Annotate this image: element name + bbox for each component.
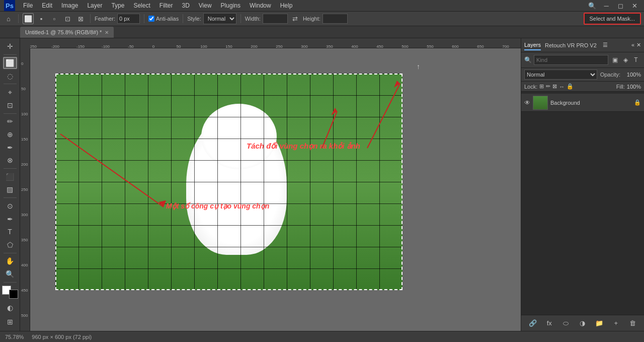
ruler-tick: 400 [351,44,358,48]
ruler-tick-v: 200 [21,162,28,167]
layer-search-input[interactable] [534,55,608,65]
foreground-color-swatch[interactable] [9,290,18,299]
marquee-tool-icon[interactable]: ⬜ [3,57,17,69]
ruler-tick: -150 [76,44,85,48]
new-group-icon[interactable]: 📁 [594,318,605,329]
blend-mode-row: Normal Opacity: 100% [521,68,644,82]
search-icon[interactable]: 🔍 [587,0,598,11]
adjustment-filter-icon[interactable]: ◈ [621,55,630,64]
swap-dimensions-icon[interactable]: ⇄ [290,13,301,24]
pixel-filter-icon[interactable]: ▣ [610,55,619,64]
quick-mask-icon[interactable]: ◐ [3,301,17,315]
layer-visibility-icon[interactable]: 👁 [524,99,530,106]
screen-mode-icon[interactable]: ⊞ [3,315,17,329]
ruler-tick: -200 [51,44,59,48]
canvas-area: -250 -200 -150 -100 -50 0 50 100 150 200… [20,38,521,331]
menu-filter[interactable]: Filter [155,1,177,10]
panel-menu-icon[interactable]: ☰ [603,42,608,48]
window-restore-icon[interactable]: ◻ [615,0,626,11]
menu-select[interactable]: Select [129,1,154,10]
panel-close-icon[interactable]: ✕ [636,42,641,48]
menu-window[interactable]: Window [246,1,275,10]
dodge-tool-icon[interactable]: ⊙ [3,200,17,212]
panel-collapse-icon[interactable]: « [631,42,634,48]
add-layer-style-icon[interactable]: fx [544,318,555,329]
lock-artboard-icon[interactable]: ⊠ [552,83,557,90]
add-mask-icon[interactable]: ⬭ [560,318,572,329]
feather-input[interactable] [117,14,140,24]
brush-tool-icon[interactable]: ✒ [3,142,17,154]
fill-label: Fill: [616,84,625,90]
lock-move-icon[interactable]: ↔ [559,84,565,90]
ruler-corner [20,38,30,48]
ruler-tick: 650 [477,44,484,48]
lock-paint-icon[interactable]: ✏ [546,83,550,90]
remove-from-selection-icon[interactable]: ▪ [36,13,47,24]
blend-mode-dropdown[interactable]: Normal [524,70,597,80]
document-tab-close[interactable]: ✕ [105,30,109,35]
status-bar: 75.78% 960 px × 600 px (72 ppi) [0,331,644,342]
eyedropper-icon[interactable]: ✏ [3,115,17,127]
menu-3d[interactable]: 3D [178,1,193,10]
menu-image[interactable]: Image [57,1,82,10]
anti-alias-checkbox[interactable] [148,16,154,22]
top-toolbar: ⌂ ⬜ ▪ ▫ ⊡ ⊠ Feather: Anti-alias Style: N… [0,11,644,26]
gradient-tool-icon[interactable]: ▨ [3,184,17,196]
ruler-tick: 200 [251,44,257,48]
type-filter-icon[interactable]: T [631,55,640,64]
ruler-tick: -100 [102,44,110,48]
delete-layer-icon[interactable]: 🗑 [627,318,638,329]
color-swatch-area[interactable] [1,285,19,300]
new-adjustment-icon[interactable]: ◑ [577,318,588,329]
lock-all-icon[interactable]: 🔒 [567,83,574,90]
style-dropdown[interactable]: Normal [203,13,236,24]
layer-lock-icon: 🔒 [634,99,641,106]
menu-edit[interactable]: Edit [38,1,56,10]
menu-type[interactable]: Type [107,1,128,10]
menu-layer[interactable]: Layer [83,1,106,10]
home-icon[interactable]: ⌂ [3,13,14,24]
new-layer-icon[interactable]: + [610,318,621,329]
add-to-selection-icon[interactable]: ▫ [49,13,60,24]
layer-item[interactable]: 👁 Background 🔒 [521,94,644,112]
lasso-tool-icon[interactable]: ◌ [3,70,17,82]
intersect-selection-icon[interactable]: ⊡ [62,13,73,24]
magic-wand-icon[interactable]: ⌖ [3,86,17,98]
shape-tool-icon[interactable]: ⬠ [3,239,17,251]
menu-view[interactable]: View [195,1,216,10]
retouch-tab[interactable]: Retouch VR PRO V2 [545,41,597,50]
eraser-tool-icon[interactable]: ⬛ [3,171,17,183]
height-input[interactable] [323,14,348,24]
zoom-level: 75.78% [5,334,24,340]
zoom-tool-icon[interactable]: 🔍 [3,268,17,280]
menu-file[interactable]: File [19,1,37,10]
toolbar-separator2 [90,14,91,23]
panel-footer: 🔗 fx ⬭ ◑ 📁 + 🗑 [521,315,644,331]
crop-tool-icon[interactable]: ⊡ [3,99,17,111]
document-tab[interactable]: Untitled-1 @ 75.8% (RGB/8#) * ✕ [20,27,114,38]
link-layers-icon[interactable]: 🔗 [527,318,538,329]
shape-filter-icon[interactable]: ⬠ [642,55,644,64]
text-tool-icon[interactable]: T [3,226,17,238]
layers-tab[interactable]: Layers [524,40,541,50]
hand-tool-icon[interactable]: ✋ [3,255,17,267]
width-input[interactable] [263,14,288,24]
left-toolbar-sep6 [4,253,17,253]
pen-tool-icon[interactable]: ✒ [3,213,17,225]
heal-brush-icon[interactable]: ⊕ [3,128,17,141]
clone-stamp-icon[interactable]: ⊗ [3,154,17,166]
window-close-icon[interactable]: ✕ [629,0,640,11]
ruler-tick: 300 [301,44,307,48]
toolbar-separator3 [144,14,144,23]
subtract-selection-icon[interactable]: ⊠ [75,13,86,24]
move-tool-icon[interactable]: ✛ [3,40,17,52]
style-label: Style: [187,16,201,22]
select-and-mask-button[interactable]: Select and Mask... [584,13,641,25]
menu-plugins[interactable]: Plugins [217,1,245,10]
window-minimize-icon[interactable]: ─ [601,0,612,11]
canvas-viewport: Tách đối vùng chọn ra khỏi ảnh Một số cô… [30,48,521,331]
rect-marquee-tool-icon[interactable]: ⬜ [23,13,34,24]
opacity-label: Opacity: [600,72,620,78]
menu-help[interactable]: Help [276,1,297,10]
lock-position-icon[interactable]: ⊞ [539,83,544,90]
